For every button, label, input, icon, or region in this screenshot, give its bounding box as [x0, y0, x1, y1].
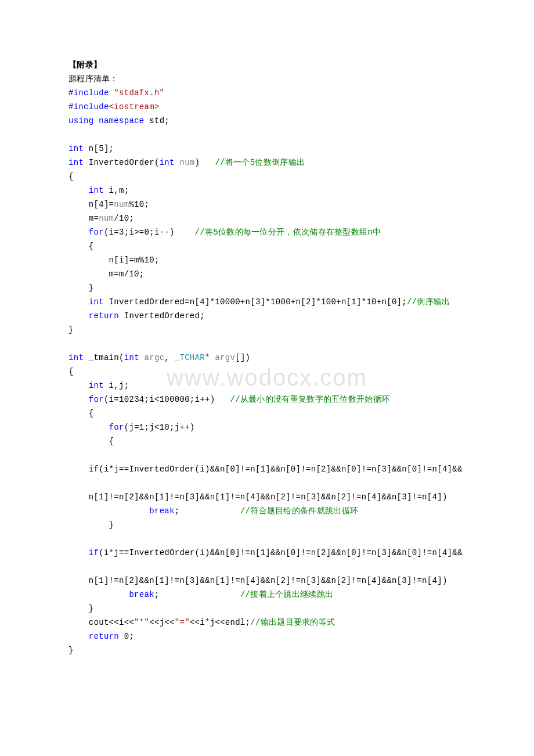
- code-token: (i=10234;i<100000;i++): [104, 395, 230, 404]
- code-token: [68, 297, 89, 307]
- code-token: [68, 632, 89, 641]
- code-token: int: [68, 158, 84, 167]
- code-token: <<i*j<<endl;: [190, 618, 250, 627]
- code-token: argv: [215, 353, 235, 362]
- code-line: int InvertedOrdered=n[4]*10000+n[3]*1000…: [68, 295, 466, 309]
- code-token: "*": [134, 618, 149, 627]
- code-token: InvertedOrdered;: [119, 311, 205, 321]
- code-token: ): [195, 158, 215, 167]
- code-token: }: [68, 604, 94, 613]
- code-token: %10;: [129, 200, 149, 209]
- code-line: return 0;: [68, 629, 466, 643]
- code-token: <iostream>: [109, 102, 160, 111]
- code-token: int: [68, 353, 84, 362]
- code-token: //将一个5位数倒序输出: [215, 158, 305, 167]
- code-line: }: [68, 323, 466, 337]
- code-token: [68, 506, 149, 516]
- code-token: [68, 395, 89, 404]
- code-token: //输出题目要求的等式: [250, 618, 335, 627]
- code-token: n[i]=m%10;: [68, 255, 160, 265]
- code-line: {: [68, 239, 466, 253]
- code-line: {: [68, 170, 466, 183]
- code-line: }: [68, 602, 466, 615]
- code-line: int n[5];: [68, 142, 466, 156]
- code-line: #include<iostream>: [68, 100, 466, 114]
- code-token: i,m;: [104, 186, 129, 195]
- code-line: for(i=3;i>=0;i--) //将5位数的每一位分开，依次储存在整型数组…: [68, 225, 466, 239]
- code-token: #include: [68, 88, 114, 98]
- code-token: [68, 186, 89, 195]
- code-line: n[i]=m%10;: [68, 253, 466, 267]
- code-line: {: [68, 365, 466, 379]
- code-token: {: [68, 242, 94, 251]
- code-line: }: [68, 518, 466, 532]
- code-token: num: [114, 200, 129, 209]
- code-line: return InvertedOrdered;: [68, 309, 466, 323]
- code-line: break; //符合题目给的条件就跳出循环: [68, 504, 466, 518]
- code-token: }: [68, 520, 114, 530]
- code-token: int: [89, 186, 104, 195]
- code-token: argc: [145, 353, 165, 362]
- code-token: (i=3;i>=0;i--): [104, 228, 195, 237]
- code-token: //从最小的没有重复数字的五位数开始循环: [230, 395, 389, 404]
- code-line: for(j=1;j<10;j++): [68, 420, 466, 434]
- code-token: }: [68, 283, 94, 293]
- code-token: [68, 423, 109, 432]
- code-token: _tmain(: [84, 353, 124, 362]
- code-token: [139, 353, 145, 362]
- code-token: {: [68, 172, 74, 181]
- code-line: break; //接着上个跳出继续跳出: [68, 588, 466, 602]
- code-line: }: [68, 643, 466, 657]
- code-token: (i*j==InvertedOrder(i)&&n[0]!=n[1]&&n[0]…: [99, 548, 463, 557]
- code-line: {: [68, 406, 466, 420]
- code-token: return: [89, 311, 119, 321]
- code-line: [68, 476, 466, 490]
- code-token: n[5];: [84, 144, 114, 153]
- code-token: cout<<i<<: [68, 618, 134, 627]
- code-line: m=num/10;: [68, 211, 466, 225]
- code-token: if: [89, 465, 99, 474]
- code-token: _TCHAR: [175, 353, 205, 362]
- code-token: int: [160, 158, 175, 167]
- code-token: <<j<<: [149, 618, 175, 627]
- code-line: int i,j;: [68, 379, 466, 393]
- code-token: using: [68, 116, 99, 125]
- code-line: if(i*j==InvertedOrder(i)&&n[0]!=n[1]&&n[…: [68, 462, 466, 476]
- code-token: InvertedOrder(: [84, 158, 160, 167]
- code-token: ;: [175, 506, 240, 516]
- code-line: [68, 337, 466, 351]
- code-line: n[4]=num%10;: [68, 197, 466, 211]
- code-line: [68, 532, 466, 546]
- document-page: www.wodocx.com 【附录】 源程序清单： #include "std…: [0, 0, 534, 692]
- code-line: for(i=10234;i<100000;i++) //从最小的没有重复数字的五…: [68, 393, 466, 406]
- code-token: [68, 228, 89, 237]
- subtitle: 源程序清单：: [68, 72, 466, 86]
- code-token: //倒序输出: [407, 297, 450, 307]
- code-token: *: [205, 353, 215, 362]
- code-token: break: [129, 590, 154, 599]
- code-token: #include: [68, 102, 109, 111]
- code-line: using namespace std;: [68, 114, 466, 128]
- code-line: if(i*j==InvertedOrder(i)&&n[0]!=n[1]&&n[…: [68, 546, 466, 560]
- code-token: for: [89, 228, 104, 237]
- code-token: {: [68, 409, 94, 418]
- code-token: for: [89, 395, 104, 404]
- code-token: [68, 590, 129, 599]
- code-token: n[1]!=n[2]&&n[1]!=n[3]&&n[1]!=n[4]&&n[2]…: [68, 492, 448, 502]
- code-line: #include "stdafx.h": [68, 86, 466, 100]
- code-token: []): [235, 353, 250, 362]
- appendix-title: 【附录】: [68, 58, 466, 72]
- code-token: int: [89, 381, 104, 390]
- code-line: [68, 448, 466, 462]
- code-line: n[1]!=n[2]&&n[1]!=n[3]&&n[1]!=n[4]&&n[2]…: [68, 490, 466, 504]
- code-token: num: [99, 214, 114, 223]
- code-token: n[1]!=n[2]&&n[1]!=n[3]&&n[1]!=n[4]&&n[2]…: [68, 576, 448, 585]
- code-token: int: [68, 144, 84, 153]
- code-token: return: [89, 632, 119, 641]
- code-token: n[4]=: [68, 200, 114, 209]
- code-line: }: [68, 281, 466, 295]
- code-token: namespace: [99, 116, 144, 125]
- code-token: m=m/10;: [68, 269, 145, 279]
- code-token: //将5位数的每一位分开，依次储存在整型数组n中: [195, 228, 381, 237]
- code-listing: #include "stdafx.h"#include<iostream>usi…: [68, 86, 466, 657]
